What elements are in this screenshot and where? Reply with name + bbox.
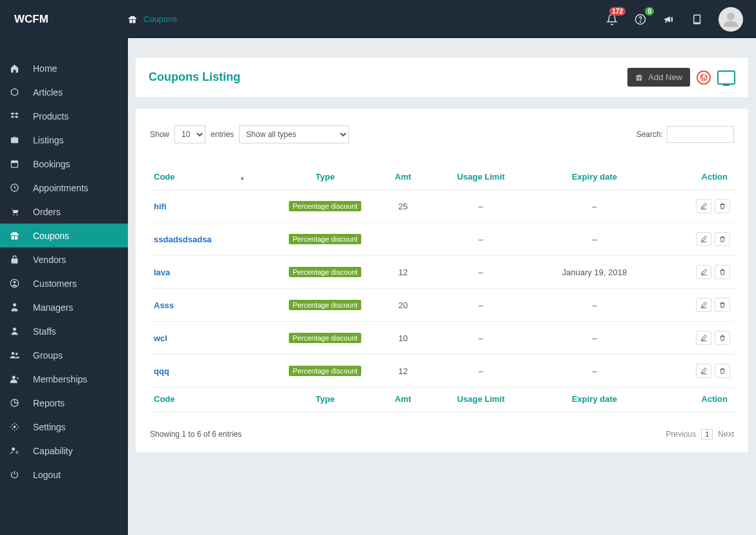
cell-usage: –: [436, 223, 527, 256]
cell-action: [662, 223, 734, 256]
users-icon: [10, 350, 21, 360]
announce-button[interactable]: [662, 12, 676, 26]
svg-point-4: [13, 215, 14, 216]
col-code[interactable]: Code▲: [150, 165, 280, 190]
col-expiry[interactable]: Expiry date: [527, 165, 663, 190]
delete-button[interactable]: [715, 364, 730, 378]
prev-button[interactable]: Previous: [666, 430, 697, 439]
edit-button[interactable]: [696, 199, 711, 213]
sidebar-item-label: Managers: [33, 302, 73, 313]
discount-tag: Percentage discount: [289, 201, 361, 211]
user-cog-icon: [10, 446, 21, 456]
page-number[interactable]: 1: [701, 429, 713, 439]
cell-code: qqq: [150, 355, 280, 388]
sidebar-item-managers[interactable]: Managers: [0, 295, 128, 319]
cell-code: wcl: [150, 322, 280, 355]
book-button[interactable]: [690, 12, 704, 26]
sidebar-item-label: Bookings: [33, 159, 70, 169]
notifications-button[interactable]: 172: [605, 12, 619, 26]
add-new-button[interactable]: Add New: [627, 68, 690, 87]
edit-button[interactable]: [696, 331, 711, 345]
cell-code: Asss: [150, 289, 280, 322]
type-filter-select[interactable]: Show all types: [239, 125, 349, 143]
sidebar-item-products[interactable]: Products: [0, 104, 128, 128]
sidebar-item-staffs[interactable]: Staffs: [0, 319, 128, 343]
notifications-badge: 172: [609, 7, 625, 16]
next-button[interactable]: Next: [718, 430, 734, 439]
cell-expiry: –: [527, 355, 663, 388]
coupon-link[interactable]: qqq: [154, 366, 169, 376]
briefcase-icon: [10, 135, 21, 145]
sidebar-item-bookings[interactable]: Bookings: [0, 152, 128, 176]
entries-info: Showing 1 to 6 of 6 entries: [150, 430, 242, 439]
sidebar-item-listings[interactable]: Listings: [0, 128, 128, 152]
svg-point-8: [13, 303, 16, 306]
sidebar-item-coupons[interactable]: Coupons: [0, 224, 128, 247]
edit-button[interactable]: [696, 364, 711, 378]
home-icon: [10, 63, 21, 73]
edit-button[interactable]: [696, 265, 711, 279]
sidebar-item-customers[interactable]: Customers: [0, 271, 128, 295]
coupon-link[interactable]: ssdadsdsadsa: [154, 235, 212, 244]
sidebar-item-label: Products: [33, 111, 68, 121]
wordpress-link[interactable]: [697, 70, 711, 85]
delete-button[interactable]: [715, 298, 730, 312]
user-plus-icon: [10, 374, 21, 384]
edit-button[interactable]: [696, 232, 711, 246]
lock-icon: [10, 255, 21, 264]
help-badge: 0: [645, 7, 654, 16]
table-row: hifiPercentage discount25––: [150, 190, 734, 223]
table-row: AsssPercentage discount20––: [150, 289, 734, 322]
col-amt[interactable]: Amt: [370, 165, 435, 190]
sidebar-item-logout[interactable]: Logout: [0, 463, 128, 487]
col-amt-foot: Amt: [370, 388, 435, 412]
sidebar-item-groups[interactable]: Groups: [0, 343, 128, 367]
user-circle-icon: [10, 278, 21, 288]
discount-tag: Percentage discount: [289, 333, 361, 343]
avatar[interactable]: [719, 7, 743, 32]
sidebar-item-orders[interactable]: Orders: [0, 200, 128, 224]
user-icon: [10, 326, 21, 336]
delete-button[interactable]: [715, 331, 730, 345]
cell-code: hifi: [150, 190, 280, 223]
col-usage[interactable]: Usage Limit: [436, 165, 527, 190]
coupon-link[interactable]: lava: [154, 268, 170, 277]
user-tie-icon: [10, 302, 21, 312]
search-label: Search:: [636, 130, 663, 139]
col-usage-foot: Usage Limit: [436, 388, 527, 412]
sidebar-item-appointments[interactable]: Appointments: [0, 176, 128, 200]
edit-button[interactable]: [696, 298, 711, 312]
cogs-icon: [10, 422, 21, 432]
breadcrumb[interactable]: Coupons: [128, 14, 177, 24]
cube-icon: [10, 87, 21, 97]
sidebar-item-vendors[interactable]: Vendors: [0, 247, 128, 271]
delete-button[interactable]: [715, 199, 730, 213]
help-button[interactable]: 0: [633, 12, 647, 26]
sidebar-item-settings[interactable]: Settings: [0, 415, 128, 439]
coupon-link[interactable]: hifi: [154, 202, 167, 211]
coupon-link[interactable]: Asss: [154, 300, 174, 310]
search-input[interactable]: [667, 126, 734, 143]
cell-action: [662, 355, 734, 388]
col-type[interactable]: Type: [280, 165, 371, 190]
cell-expiry: –: [527, 223, 663, 256]
sidebar-item-label: Coupons: [33, 231, 69, 241]
entries-label: entries: [211, 130, 234, 139]
delete-button[interactable]: [715, 232, 730, 246]
sidebar-item-articles[interactable]: Articles: [0, 80, 128, 104]
view-store-link[interactable]: [717, 70, 735, 85]
cell-code: ssdadsdsadsa: [150, 223, 280, 256]
coupon-link[interactable]: wcl: [154, 333, 167, 343]
cell-amt: 12: [370, 256, 435, 289]
cell-amt: [370, 223, 435, 256]
sidebar-item-home[interactable]: Home: [0, 56, 128, 80]
sidebar-item-memberships[interactable]: Memberships: [0, 367, 128, 391]
sidebar-item-reports[interactable]: Reports: [0, 391, 128, 415]
table-row: lavaPercentage discount12–January 19, 20…: [150, 256, 734, 289]
gift-icon: [10, 231, 21, 240]
coupons-table: Code▲ Type Amt Usage Limit Expiry date A…: [150, 165, 734, 412]
cell-type: Percentage discount: [280, 289, 371, 322]
delete-button[interactable]: [715, 265, 730, 279]
sidebar-item-capability[interactable]: Capability: [0, 439, 128, 463]
page-size-select[interactable]: 10: [174, 125, 205, 143]
